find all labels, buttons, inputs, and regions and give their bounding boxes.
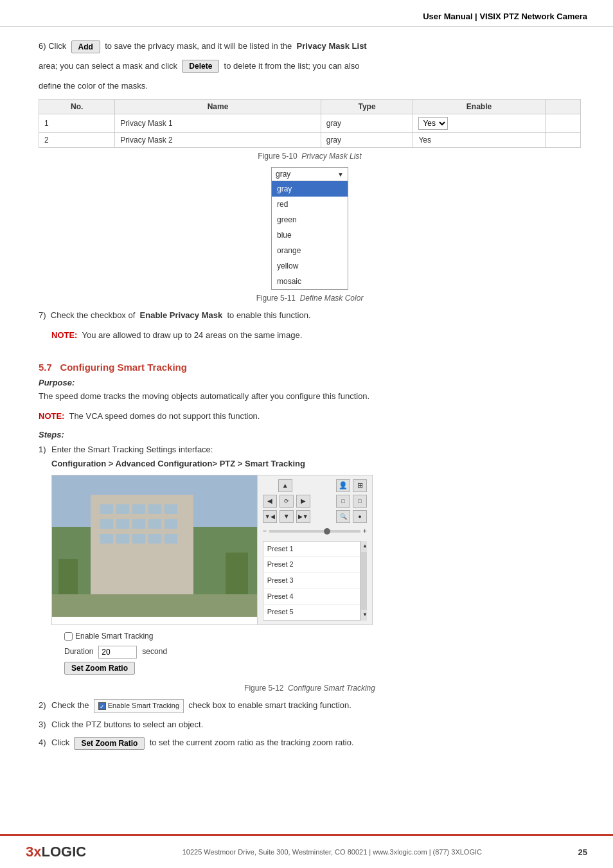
scroll-down-btn[interactable]: ▼: [361, 610, 367, 621]
ptz-mid-row: ◀ ⟳ ▶ □ □: [263, 495, 367, 508]
row1-enable: Yes No: [413, 114, 545, 133]
col-type: Type: [321, 100, 413, 114]
figure11-caption: Figure 5-11 Define Mask Color: [39, 294, 581, 303]
main-content: 6) Click Add to save the privacy mask, a…: [0, 27, 613, 834]
ptz-right-btn[interactable]: ▶: [296, 495, 310, 508]
tracking-form: Enable Smart Tracking Duration second Se…: [64, 630, 581, 675]
duration-row: Duration second: [64, 646, 581, 659]
color-option-orange[interactable]: orange: [272, 243, 348, 258]
color-dropdown-header[interactable]: gray ▼: [272, 168, 348, 181]
row2-name: Privacy Mask 2: [115, 133, 321, 148]
footer-page: 25: [578, 847, 587, 857]
color-dropdown[interactable]: gray ▼ gray red green blue orange yellow…: [271, 167, 348, 290]
preset-item-4[interactable]: Preset 4: [263, 589, 360, 605]
color-option-red[interactable]: red: [272, 197, 348, 212]
ptz-up-btn[interactable]: ▲: [278, 479, 292, 492]
set-zoom-ratio-step4-button[interactable]: Set Zoom Ratio: [74, 737, 145, 750]
set-zoom-ratio-button[interactable]: Set Zoom Ratio: [64, 662, 135, 675]
enable-checkbox-label[interactable]: Enable Smart Tracking: [64, 630, 153, 642]
header-title: VISIX PTZ Network Camera: [479, 12, 587, 21]
svg-rect-14: [100, 534, 113, 544]
step3-num: 3): [39, 718, 51, 732]
ptz-square-icon2[interactable]: □: [353, 495, 367, 508]
preset2-label: Preset 2: [267, 559, 294, 571]
figure11-text: Figure 5-11: [256, 294, 296, 303]
config-path: Configuration > Advanced Configuration> …: [51, 457, 581, 471]
zoom-slider: − +: [263, 526, 367, 537]
step2-post: check box to enable smart tracking funct…: [188, 700, 351, 710]
ptz-dot-icon[interactable]: ●: [353, 510, 367, 523]
row1-type: gray: [321, 114, 413, 133]
ptz-dl-btn[interactable]: ▼◀: [263, 510, 277, 523]
color-dropdown-value: gray: [276, 170, 290, 179]
svg-rect-11: [132, 519, 145, 529]
table-row: 1 Privacy Mask 1 gray Yes No: [39, 114, 581, 133]
step1-row: 1) Enter the Smart Tracking Settings int…: [39, 443, 581, 678]
ptz-left-btn[interactable]: ◀: [263, 495, 277, 508]
figure12-caption: Figure 5-12 Configure Smart Tracking: [39, 684, 581, 693]
page-footer: 3xLOGIC 10225 Westmoor Drive, Suite 300,…: [0, 834, 613, 868]
step3-row: 3) Click the PTZ buttons to select an ob…: [39, 718, 581, 732]
figure10-caption: Figure 5-10 Privacy Mask List: [39, 152, 581, 161]
camera-scene-svg: [52, 475, 257, 617]
step2-content: Check the Enable Smart Tracking check bo…: [51, 699, 581, 713]
ptz-search-icon[interactable]: 🔍: [336, 510, 350, 523]
row2-extra: [545, 133, 580, 148]
zoom-plus-icon[interactable]: +: [363, 526, 367, 537]
header-separator: |: [473, 12, 480, 21]
svg-rect-13: [164, 519, 177, 529]
step6-area-text: area; you can select a mask and click: [39, 61, 177, 71]
svg-rect-18: [164, 534, 177, 544]
ptz-circle-btn[interactable]: ⟳: [280, 495, 294, 508]
tracking-interface: ▲ 👤 ⊞ ◀ ⟳ ▶: [51, 475, 373, 625]
step7-note-block: NOTE: You are allowed to draw up to 24 a…: [51, 329, 581, 342]
scroll-indicator: ▲ ▼: [360, 541, 367, 621]
row1-enable-select[interactable]: Yes No: [418, 117, 448, 130]
color-option-gray-selected[interactable]: gray: [272, 181, 348, 197]
preset5-label: Preset 5: [267, 607, 294, 618]
step6-area-block: area; you can select a mask and click De…: [39, 60, 581, 73]
ptz-dr-btn[interactable]: ▶▼: [296, 510, 310, 523]
page-header: User Manual | VISIX PTZ Network Camera: [0, 0, 613, 27]
figure12-text: Figure 5-12: [244, 684, 283, 693]
ptz-square-icon1[interactable]: □: [336, 495, 350, 508]
enable-smart-tracking-inline: Enable Smart Tracking: [94, 699, 184, 713]
step4-pre: Click: [51, 738, 69, 747]
color-option-mosaic[interactable]: mosaic: [272, 274, 348, 289]
duration-input[interactable]: [98, 646, 137, 659]
color-option-green[interactable]: green: [272, 212, 348, 227]
preset-item-5[interactable]: Preset 5: [263, 605, 360, 620]
svg-rect-10: [116, 519, 129, 529]
zoom-minus-icon[interactable]: −: [263, 526, 267, 537]
section57-heading: Configuring Smart Tracking: [60, 362, 187, 373]
color-option-blue[interactable]: blue: [272, 227, 348, 243]
ptz-grid-icon[interactable]: ⊞: [353, 479, 367, 492]
svg-rect-6: [132, 504, 145, 514]
ptz-spacer-tl: [263, 479, 277, 492]
ptz-down-btn[interactable]: ▼: [280, 510, 294, 523]
preset-item-2[interactable]: Preset 2: [263, 557, 360, 573]
add-button[interactable]: Add: [71, 40, 100, 53]
svg-rect-15: [116, 534, 129, 544]
col-no: No.: [39, 100, 115, 114]
step7-pre: Check the checkbox of: [51, 310, 136, 320]
slider-track[interactable]: [269, 530, 360, 533]
scroll-up-btn[interactable]: ▲: [361, 541, 367, 552]
row2-no: 2: [39, 133, 115, 148]
step6-post: to save the privacy mask, and it will be…: [105, 41, 292, 51]
enable-smart-tracking-checkbox[interactable]: [64, 632, 73, 641]
row1-extra: [545, 114, 580, 133]
svg-rect-5: [116, 504, 129, 514]
camera-preview: [52, 475, 257, 617]
preset-item-3[interactable]: Preset 3: [263, 573, 360, 589]
row2-type: gray: [321, 133, 413, 148]
preset-list-container: Preset 1 Preset 2 Preset 3 Preset 4: [263, 541, 367, 621]
svg-rect-4: [100, 504, 113, 514]
delete-button[interactable]: Delete: [182, 60, 219, 73]
figure10-text: Figure 5-10: [258, 152, 297, 161]
footer-info: 10225 Westmoor Drive, Suite 300, Westmin…: [182, 848, 482, 856]
ptz-person-icon[interactable]: 👤: [336, 479, 350, 492]
color-option-yellow[interactable]: yellow: [272, 258, 348, 274]
note-text: You are allowed to draw up to 24 areas o…: [82, 330, 302, 340]
preset-item-1[interactable]: Preset 1: [263, 542, 360, 558]
